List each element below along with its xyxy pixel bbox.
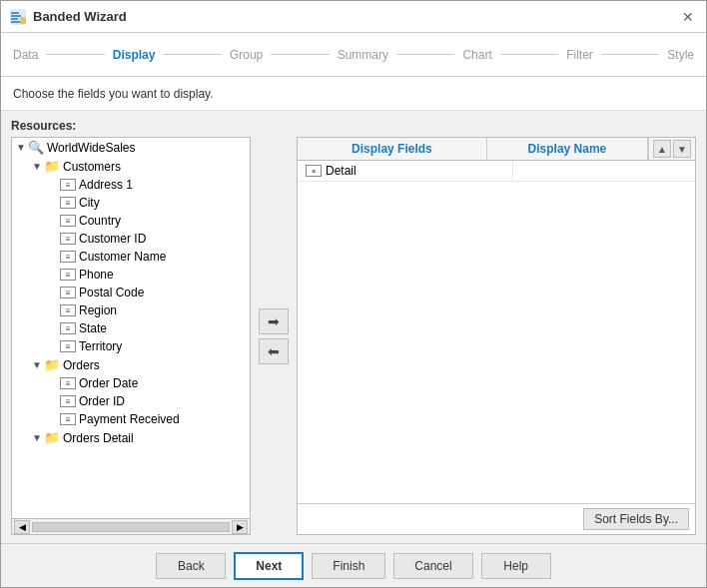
wizard-steps: Data Display Group Summary Chart Filter … <box>1 33 706 77</box>
folder-icon-orders: 📁 <box>44 357 60 372</box>
step-chart[interactable]: Chart <box>462 48 491 62</box>
tree-item-city[interactable]: ≡ City <box>12 194 250 212</box>
tree-item-region[interactable]: ≡ Region <box>12 301 250 319</box>
tree-item-payment-received[interactable]: ≡ Payment Received <box>12 410 250 428</box>
table-cell-display-name[interactable] <box>513 168 695 174</box>
tree-item-postal-code[interactable]: ≡ Postal Code <box>12 284 250 301</box>
footer: Back Next Finish Cancel Help <box>1 543 706 587</box>
field-icon-state: ≡ <box>60 322 76 334</box>
step-divider-4 <box>396 54 454 55</box>
tree-label-state: State <box>79 321 107 335</box>
back-button[interactable]: Back <box>156 553 226 579</box>
main-window: Banded Wizard ✕ Data Display Group Summa… <box>0 0 707 588</box>
field-icon-postal-code: ≡ <box>60 287 76 298</box>
title-bar-left: Banded Wizard <box>9 8 127 26</box>
content-area: Resources: ▼ 🔍 WorldWideSales ▼ 📁 Custom… <box>1 111 706 543</box>
tree-label-payment-received: Payment Received <box>79 412 180 426</box>
table-row: ≡ Detail <box>298 161 695 182</box>
tree-item-country[interactable]: ≡ Country <box>12 212 250 230</box>
field-icon-territory: ≡ <box>60 340 76 352</box>
field-icon-phone: ≡ <box>60 269 76 281</box>
step-group[interactable]: Group <box>230 48 263 62</box>
tree-item-order-id[interactable]: ≡ Order ID <box>12 392 250 410</box>
step-divider-2 <box>163 54 221 55</box>
table-cell-field: ≡ Detail <box>298 161 513 181</box>
tree-label-customers: Customers <box>63 160 121 174</box>
wizard-icon <box>9 8 27 26</box>
folder-icon-orders-detail: 📁 <box>44 430 60 445</box>
tree-item-territory[interactable]: ≡ Territory <box>12 337 250 355</box>
step-divider-5 <box>500 54 558 55</box>
tree-label-postal-code: Postal Code <box>79 286 144 299</box>
window-title: Banded Wizard <box>33 9 127 24</box>
tree-item-customers[interactable]: ▼ 📁 Customers <box>12 157 250 176</box>
hscroll-left-btn[interactable]: ◀ <box>14 520 30 534</box>
add-field-button[interactable]: ➡ <box>259 308 289 334</box>
svg-rect-5 <box>20 17 26 24</box>
right-header-bar: Display Fields Display Name ▲ ▼ <box>298 138 695 161</box>
field-icon-region: ≡ <box>60 304 76 316</box>
field-icon-customer-id: ≡ <box>60 233 76 245</box>
field-icon-payment-received: ≡ <box>60 413 76 425</box>
right-scroll-buttons: ▲ ▼ <box>648 138 695 160</box>
tree-label-region: Region <box>79 303 117 317</box>
hscroll-track[interactable] <box>32 522 230 532</box>
expand-icon-orders: ▼ <box>32 359 44 370</box>
tree-item-order-date[interactable]: ≡ Order Date <box>12 374 250 392</box>
tree-label-customer-name: Customer Name <box>79 250 166 264</box>
tree-label-orders: Orders <box>63 358 100 372</box>
remove-field-button[interactable]: ⬅ <box>259 338 289 364</box>
tree-item-orders-detail[interactable]: ▼ 📁 Orders Detail <box>12 428 250 447</box>
main-panel: ▼ 🔍 WorldWideSales ▼ 📁 Customers ≡ <box>11 137 696 535</box>
resources-label: Resources: <box>11 119 696 133</box>
tree-item-address1[interactable]: ≡ Address 1 <box>12 176 250 194</box>
tree-item-customer-name[interactable]: ≡ Customer Name <box>12 248 250 266</box>
step-style[interactable]: Style <box>667 48 694 62</box>
tree-item-customer-id[interactable]: ≡ Customer ID <box>12 230 250 248</box>
step-divider-3 <box>271 54 329 55</box>
tree-label-city: City <box>79 196 100 210</box>
tree-label-orders-detail: Orders Detail <box>63 431 134 445</box>
sort-fields-button[interactable]: Sort Fields By... <box>583 508 689 530</box>
field-icon-customer-name: ≡ <box>60 251 76 263</box>
tree-scroll[interactable]: ▼ 🔍 WorldWideSales ▼ 📁 Customers ≡ <box>12 138 250 518</box>
horizontal-scrollbar[interactable]: ◀ ▶ <box>12 518 250 534</box>
help-button[interactable]: Help <box>481 553 551 579</box>
step-filter[interactable]: Filter <box>566 48 593 62</box>
detail-row-icon: ≡ <box>306 165 322 177</box>
expand-icon-root: ▼ <box>16 142 28 153</box>
search-icon: 🔍 <box>28 140 44 155</box>
tree-label-territory: Territory <box>79 339 122 353</box>
tree-label-phone: Phone <box>79 268 114 282</box>
field-icon-address1: ≡ <box>60 179 76 191</box>
tree-item-state[interactable]: ≡ State <box>12 319 250 337</box>
left-panel: ▼ 🔍 WorldWideSales ▼ 📁 Customers ≡ <box>11 137 251 535</box>
tree-item-orders[interactable]: ▼ 📁 Orders <box>12 355 250 374</box>
title-bar: Banded Wizard ✕ <box>1 1 706 33</box>
display-fields-table: ≡ Detail <box>298 161 695 503</box>
right-bottom-bar: Sort Fields By... <box>298 503 695 534</box>
step-divider-1 <box>46 54 104 55</box>
tree-label-order-date: Order Date <box>79 376 138 390</box>
hscroll-right-btn[interactable]: ▶ <box>232 520 248 534</box>
tree-root[interactable]: ▼ 🔍 WorldWideSales <box>12 138 250 157</box>
step-display[interactable]: Display <box>113 48 156 62</box>
cancel-button[interactable]: Cancel <box>393 553 472 579</box>
tree-label-country: Country <box>79 214 121 228</box>
scroll-up-btn[interactable]: ▲ <box>653 140 671 158</box>
finish-button[interactable]: Finish <box>312 553 385 579</box>
tree-root-label: WorldWideSales <box>47 141 135 155</box>
expand-icon-customers: ▼ <box>32 161 44 172</box>
step-summary[interactable]: Summary <box>338 48 388 62</box>
tree-label-customer-id: Customer ID <box>79 232 146 246</box>
folder-icon-customers: 📁 <box>44 159 60 174</box>
scroll-down-btn[interactable]: ▼ <box>673 140 691 158</box>
close-button[interactable]: ✕ <box>678 7 698 27</box>
tree-item-phone[interactable]: ≡ Phone <box>12 266 250 284</box>
next-button[interactable]: Next <box>234 552 304 580</box>
tree-label-order-id: Order ID <box>79 394 125 408</box>
step-data[interactable]: Data <box>13 48 38 62</box>
right-panel: Display Fields Display Name ▲ ▼ ≡ Detail <box>297 137 696 535</box>
field-icon-city: ≡ <box>60 197 76 209</box>
step-divider-6 <box>601 54 659 55</box>
